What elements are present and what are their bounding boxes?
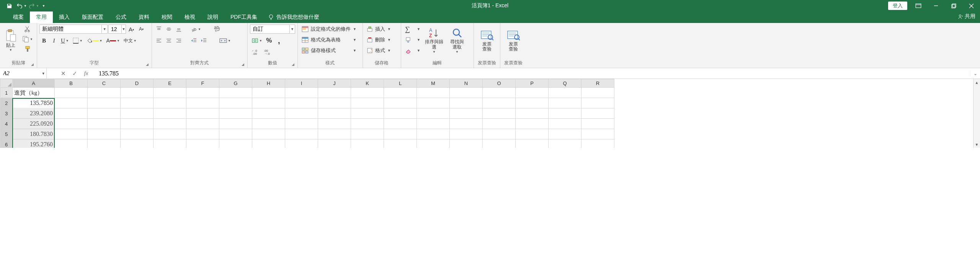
orientation-button[interactable]: ab▼ [189,25,203,34]
col-header-M[interactable]: M [417,79,450,88]
cell-A1[interactable]: 進貨（kg） [13,88,55,98]
col-header-E[interactable]: E [154,79,186,88]
cell[interactable] [417,129,450,139]
col-header-A[interactable]: A [13,79,55,88]
minimize-button[interactable] [927,0,945,11]
cell[interactable] [121,88,154,98]
align-center-button[interactable] [164,36,173,45]
tab-data[interactable]: 資料 [132,11,155,23]
invoice-check-2-button[interactable]: 发票 查验 [503,25,524,57]
cell[interactable] [483,129,516,139]
name-box[interactable]: ▼ [0,68,47,79]
cell[interactable] [219,98,252,108]
ribbon-options-button[interactable] [910,0,927,11]
increase-decimal-button[interactable]: ←.0.00 [250,47,261,57]
row-header-2[interactable]: 2 [0,98,13,108]
delete-cells-button[interactable]: 刪除▼ [365,35,392,44]
number-format-combo[interactable]: ▼ [250,25,295,34]
align-top-button[interactable] [154,25,163,34]
cell[interactable] [417,108,450,119]
cell[interactable] [318,98,351,108]
save-button[interactable] [3,0,15,11]
cell[interactable] [186,108,219,119]
col-header-Q[interactable]: Q [549,79,581,88]
cell[interactable] [417,139,450,148]
cell[interactable] [252,129,285,139]
col-header-H[interactable]: H [252,79,285,88]
cell-A5[interactable]: 180.7830 [13,129,55,139]
cell[interactable] [581,119,614,129]
cell[interactable] [417,98,450,108]
tell-me-box[interactable]: 告訴我您想做什麼 [263,11,324,23]
phonetic-guide-button[interactable]: 中文▼ [122,36,138,45]
cell[interactable] [88,88,121,98]
cell[interactable] [450,139,483,148]
tab-pdf[interactable]: PDF工具集 [224,11,263,23]
font-name-combo[interactable]: ▼ [39,25,108,34]
cell[interactable] [55,108,88,119]
tab-insert[interactable]: 插入 [53,11,76,23]
tab-review[interactable]: 校閱 [155,11,178,23]
row-header-1[interactable]: 1 [0,88,13,98]
format-as-table-button[interactable]: 格式化為表格▼ [300,35,358,44]
cell[interactable] [581,108,614,119]
cell[interactable] [483,98,516,108]
format-cells-button[interactable]: 格式▼ [365,46,392,55]
cell[interactable] [121,129,154,139]
cell[interactable] [549,139,581,148]
tab-help[interactable]: 說明 [201,11,224,23]
font-size-combo[interactable]: ▼ [108,25,126,34]
conditional-format-button[interactable]: 設定格式化的條件▼ [300,25,358,34]
cell-styles-button[interactable]: 儲存格樣式▼ [300,46,358,55]
cell[interactable] [516,88,549,98]
tab-file[interactable]: 檔案 [7,11,30,23]
number-launcher-icon[interactable]: ◢ [292,62,294,66]
font-color-button[interactable]: A▼ [105,36,121,45]
cell[interactable] [581,129,614,139]
cell[interactable] [88,98,121,108]
cell[interactable] [154,119,186,129]
decrease-font-button[interactable]: A▾ [137,25,146,34]
cell[interactable] [483,108,516,119]
clear-button[interactable]: ▼ [403,46,422,55]
cell[interactable] [351,98,384,108]
font-name-input[interactable] [40,26,101,32]
login-button[interactable]: 登入 [888,2,907,10]
tab-layout[interactable]: 版面配置 [76,11,109,23]
percent-button[interactable]: % [265,36,274,45]
find-select-button[interactable]: 尋找與 選取▼ [446,25,468,57]
increase-indent-button[interactable] [199,36,209,45]
cell[interactable] [88,119,121,129]
cell[interactable] [186,139,219,148]
number-format-input[interactable] [250,26,289,32]
cell[interactable] [516,119,549,129]
maximize-button[interactable] [945,0,962,11]
decrease-indent-button[interactable] [189,36,199,45]
autosum-button[interactable]: ∑▼ [403,25,422,34]
cell[interactable] [384,129,417,139]
cell[interactable] [318,108,351,119]
name-box-input[interactable] [0,70,41,77]
cell[interactable] [384,98,417,108]
worksheet-grid[interactable]: A B C D E F G H I J K L M N O P Q R 1進貨（… [0,79,614,148]
comma-button[interactable]: , [274,36,284,45]
fill-button[interactable]: ▼ [403,35,422,44]
cell[interactable] [285,139,318,148]
redo-button[interactable]: ▼ [28,0,40,11]
cell[interactable] [549,108,581,119]
cell[interactable] [252,88,285,98]
cell[interactable] [351,108,384,119]
cell[interactable] [252,139,285,148]
cell-A4[interactable]: 225.0920 [13,119,55,129]
cell[interactable] [154,88,186,98]
cell[interactable] [285,98,318,108]
col-header-J[interactable]: J [318,79,351,88]
col-header-P[interactable]: P [516,79,549,88]
cell[interactable] [88,129,121,139]
cell[interactable] [186,119,219,129]
cell[interactable] [581,98,614,108]
cell[interactable] [417,119,450,129]
align-right-button[interactable] [174,36,183,45]
col-header-I[interactable]: I [285,79,318,88]
cell[interactable] [121,139,154,148]
